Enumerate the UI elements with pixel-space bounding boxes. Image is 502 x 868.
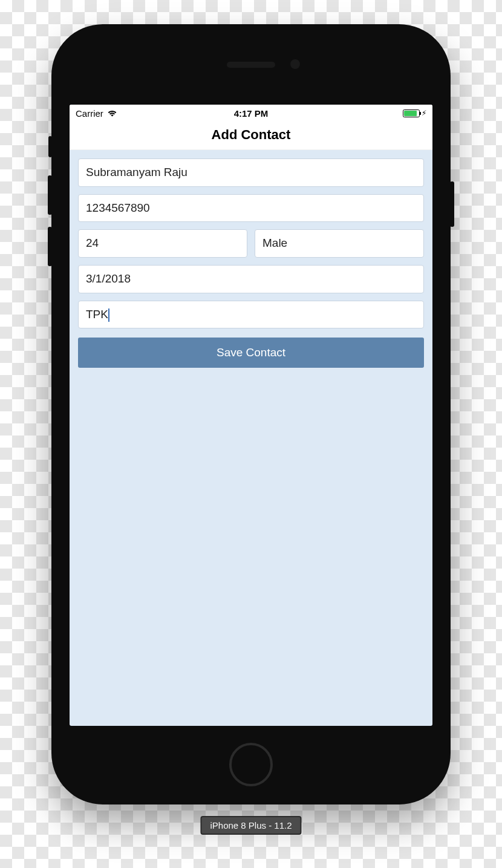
battery-icon <box>403 109 420 117</box>
volume-down-button <box>48 227 52 266</box>
code-field[interactable]: TPK <box>78 301 424 329</box>
form-area: TPK Save Contact <box>70 150 432 376</box>
date-field[interactable] <box>78 265 424 293</box>
clock: 4:17 PM <box>70 108 432 119</box>
charging-icon: ⚡︎ <box>422 109 426 117</box>
text-cursor <box>108 308 109 322</box>
phone-field[interactable] <box>78 194 424 223</box>
age-field[interactable] <box>78 229 247 258</box>
device-frame: Carrier 4:17 PM ⚡︎ Add Contact TPK Save … <box>51 24 451 804</box>
wifi-icon <box>107 109 117 117</box>
speaker-grille <box>227 62 275 68</box>
code-value: TPK <box>86 308 108 321</box>
home-button[interactable] <box>229 743 273 786</box>
carrier-label: Carrier <box>76 108 103 119</box>
mute-switch <box>48 136 52 157</box>
page-title: Add Contact <box>70 122 432 150</box>
phone-screen: Carrier 4:17 PM ⚡︎ Add Contact TPK Save … <box>70 105 432 726</box>
status-bar: Carrier 4:17 PM ⚡︎ <box>70 105 432 122</box>
simulator-label: iPhone 8 Plus - 11.2 <box>200 816 301 835</box>
save-contact-button[interactable]: Save Contact <box>78 338 424 368</box>
name-field[interactable] <box>78 158 424 187</box>
gender-field[interactable] <box>255 229 424 258</box>
power-button <box>450 181 454 227</box>
volume-up-button <box>48 175 52 215</box>
front-camera <box>290 59 300 69</box>
